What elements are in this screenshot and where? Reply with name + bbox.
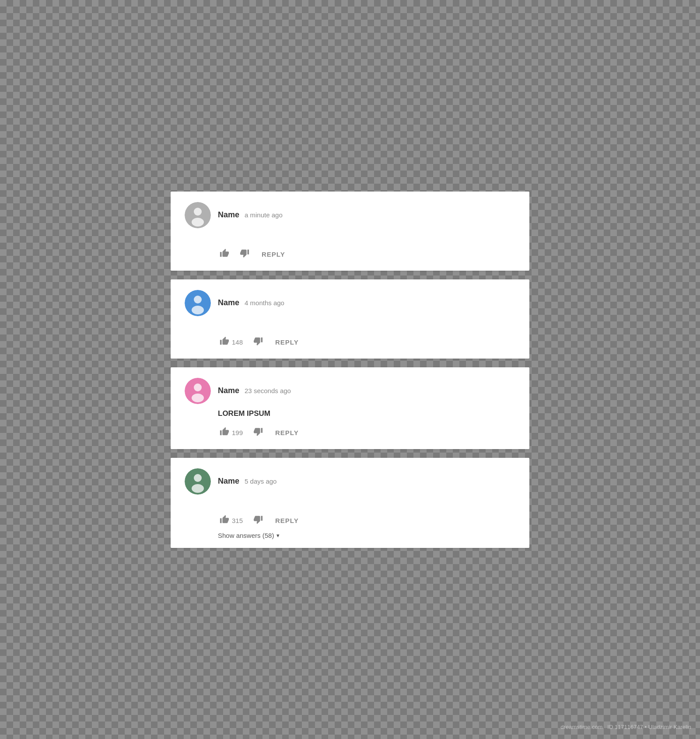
comment-actions-4: 315 REPLY	[185, 513, 515, 528]
comment-header-3: Name23 seconds ago	[185, 378, 515, 404]
comment-time-3: 23 seconds ago	[245, 387, 291, 394]
avatar-2	[185, 290, 211, 316]
reply-button-3[interactable]: REPLY	[275, 429, 299, 436]
dislike-button-4[interactable]	[252, 513, 265, 528]
comment-card-3: Name23 seconds agoLOREM IPSUM 199 REPLY	[171, 367, 529, 449]
avatar-3	[185, 378, 211, 404]
comment-time-1: a minute ago	[245, 211, 283, 219]
comment-author-1: Name	[218, 210, 239, 220]
svg-point-2	[192, 218, 204, 227]
svg-point-4	[194, 296, 202, 303]
thumbs-down-icon-4	[253, 515, 263, 526]
like-button-2[interactable]: 148	[218, 335, 245, 350]
comment-author-4: Name	[218, 477, 239, 486]
like-count-3: 199	[232, 429, 243, 436]
dislike-button-2[interactable]	[252, 335, 265, 350]
svg-point-7	[194, 383, 202, 391]
thumbs-down-icon-2	[253, 336, 263, 348]
watermark-site: dreamstime.com	[560, 724, 602, 730]
comment-meta-4: Name5 days ago	[218, 477, 276, 486]
chevron-down-icon-4: ▾	[276, 532, 280, 539]
like-button-4[interactable]: 315	[218, 513, 245, 528]
show-answers-text-4: Show answers (58)	[218, 532, 274, 539]
comment-time-4: 5 days ago	[245, 478, 276, 485]
comment-author-2: Name	[218, 298, 239, 307]
comment-actions-3: 199 REPLY	[185, 425, 515, 440]
avatar-4	[185, 468, 211, 495]
comment-text-3: LOREM IPSUM	[218, 409, 270, 418]
comment-meta-3: Name23 seconds ago	[218, 386, 291, 395]
comment-author-3: Name	[218, 386, 239, 395]
dislike-button-3[interactable]	[252, 425, 265, 440]
thumbs-up-icon-3	[220, 427, 229, 439]
comment-meta-2: Name4 months ago	[218, 298, 284, 307]
thumbs-up-icon-1	[220, 248, 229, 260]
comment-time-2: 4 months ago	[245, 299, 284, 307]
avatar-1	[185, 202, 211, 228]
like-count-2: 148	[232, 338, 243, 346]
svg-point-10	[194, 474, 202, 482]
thumbs-down-icon-1	[240, 248, 249, 260]
reply-button-1[interactable]: REPLY	[262, 251, 285, 258]
comment-card-4: Name5 days ago 315 REPLYShow answers (58…	[171, 458, 529, 548]
comment-card-2: Name4 months ago 148 REPLY	[171, 279, 529, 359]
like-button-3[interactable]: 199	[218, 425, 245, 440]
comment-card-1: Namea minute ago REPLY	[171, 192, 529, 271]
comment-body-3: LOREM IPSUM	[185, 409, 515, 418]
thumbs-up-icon-4	[220, 515, 229, 526]
comment-meta-1: Namea minute ago	[218, 210, 283, 220]
comment-actions-2: 148 REPLY	[185, 335, 515, 350]
comments-container: Namea minute ago REPLY Name4 months ago …	[171, 192, 529, 548]
reply-button-4[interactable]: REPLY	[275, 517, 299, 524]
thumbs-down-icon-3	[253, 427, 263, 439]
comment-actions-1: REPLY	[185, 247, 515, 262]
like-count-4: 315	[232, 517, 243, 524]
reply-button-2[interactable]: REPLY	[275, 338, 299, 346]
svg-point-1	[194, 208, 202, 216]
comment-header-2: Name4 months ago	[185, 290, 515, 316]
like-button-1[interactable]	[218, 247, 231, 262]
watermark-id: ID 117116747 • Uladzimir Karelin	[607, 724, 691, 730]
comment-header-1: Namea minute ago	[185, 202, 515, 228]
comment-header-4: Name5 days ago	[185, 468, 515, 495]
watermark: dreamstime.com ID 117116747 • Uladzimir …	[560, 724, 691, 730]
svg-point-5	[192, 306, 204, 314]
thumbs-up-icon-2	[220, 336, 229, 348]
svg-point-11	[192, 484, 204, 493]
dislike-button-1[interactable]	[238, 247, 251, 262]
svg-point-8	[192, 394, 204, 402]
show-answers-4[interactable]: Show answers (58)▾	[185, 532, 515, 539]
